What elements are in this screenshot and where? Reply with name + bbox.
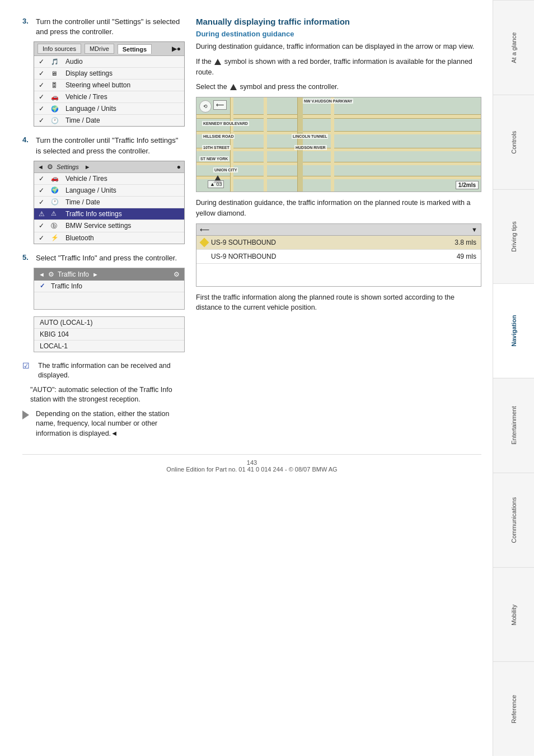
road-label-hudson-r: HUDSON RIVER [294, 145, 327, 150]
menu-box-2: ◄ ⚙ Settings ► ● ✓ 🚗 Vehicle / Tires ✓ 🌍 [34, 161, 185, 244]
icon-traffic-settings: ⚠ [51, 210, 61, 217]
traffic-table: ⟵ ▼ US-9 SOUTHBOUND 3.8 mls US-9 NORTHBO… [196, 223, 481, 287]
tab-settings-active[interactable]: Settings [118, 44, 152, 54]
sidebar-tab-communications[interactable]: Communications [493, 473, 534, 567]
right-column: Manually displaying traffic information … [196, 17, 481, 443]
note-icon-1: ☑ [22, 361, 35, 370]
menu-item-traffic-settings[interactable]: ⚠ ⚠ Traffic Info settings [34, 208, 184, 220]
check-traffic-info: ✓ [40, 282, 48, 290]
label-language: Language / Units [65, 105, 116, 113]
sidebar-tab-navigation[interactable]: Navigation [493, 283, 534, 378]
traffic-info-title: Traffic Info [58, 270, 89, 278]
road-v3 [297, 97, 303, 192]
label-language-2: Language / Units [65, 186, 116, 194]
menu-settings-icon-3: ⚙ [174, 270, 180, 278]
para-1: During destination guidance, traffic inf… [196, 41, 481, 52]
check-traffic-settings: ⚠ [39, 210, 46, 218]
note-3: Depending on the station, either the sta… [22, 409, 185, 439]
step-4-text: Turn the controller until "Traffic Info … [36, 136, 185, 156]
menu-item-bmw[interactable]: ✓ ⓑ BMW Service settings [34, 220, 184, 232]
menu-item-time-2[interactable]: ✓ 🕐 Time / Date [34, 197, 184, 208]
sidebar-tab-controls[interactable]: Controls [493, 95, 534, 189]
auto-list-item-3[interactable]: LOCAL-1 [34, 340, 184, 352]
menu-item-steering[interactable]: ✓ 🎛 Steering wheel button [34, 80, 184, 91]
menu-item-language[interactable]: ✓ 🌍 Language / Units [34, 103, 184, 115]
map-detail-01: ▲ 03 [208, 180, 224, 188]
check-time-2: ✓ [39, 198, 46, 206]
traffic-info-box: ◄ ⚙ Traffic Info ► ⚙ ✓ Traffic Info [34, 268, 185, 310]
sidebar-tab-mobility[interactable]: Mobility [493, 567, 534, 662]
road-label-hillside: HILLSIDE ROAD [202, 134, 235, 139]
menu-arrow-right: ▶● [172, 45, 181, 53]
menu-item-vehicle-2[interactable]: ✓ 🚗 Vehicle / Tires [34, 173, 184, 185]
traffic-row-2[interactable]: US-9 NORTHBOUND 49 mls [196, 250, 481, 264]
step-4-number: 4. [22, 136, 31, 156]
road-label-10th: 10TH STREET [202, 145, 231, 150]
road-label-union: UNION CITY [213, 167, 238, 172]
traffic-empty [196, 264, 481, 286]
label-vehicle-2: Vehicle / Tires [65, 175, 107, 183]
tab-mdrive[interactable]: MDrive [85, 44, 114, 54]
label-display: Display settings [65, 69, 113, 77]
sidebar-tab-at-a-glance[interactable]: At a glance [493, 0, 534, 95]
menu-dot-2: ● [177, 163, 181, 171]
section-heading: Manually displaying traffic information [196, 17, 481, 26]
footer: 143 Online Edition for Part no. 01 41 0 … [22, 454, 481, 473]
icon-settings-3: ⚙ [48, 270, 54, 278]
step-4: 4. Turn the controller until "Traffic In… [22, 136, 185, 244]
check-vehicle: ✓ [39, 93, 46, 101]
para-5: First the traffic information along the … [196, 292, 481, 314]
icon-time: 🕐 [51, 117, 61, 124]
map-arrow: ⟵ [213, 100, 227, 110]
check-bluetooth: ✓ [39, 234, 46, 242]
icon-display: 🖥 [51, 70, 61, 77]
nav-arrow-left-3: ◄ [39, 271, 45, 278]
road-v4 [331, 97, 334, 192]
menu-item-bluetooth[interactable]: ✓ ⚡ Bluetooth [34, 232, 184, 244]
menu-item-audio[interactable]: ✓ 🎵 Audio [34, 56, 184, 68]
traffic-row-1[interactable]: US-9 SOUTHBOUND 3.8 mls [196, 236, 481, 250]
check-time: ✓ [39, 116, 46, 124]
menu-item-language-2[interactable]: ✓ 🌍 Language / Units [34, 185, 184, 197]
step-5-number: 5. [22, 253, 31, 263]
menu-item-display[interactable]: ✓ 🖥 Display settings [34, 68, 184, 80]
road-h3 [196, 148, 481, 151]
check-steering: ✓ [39, 81, 46, 89]
menu-item-time[interactable]: ✓ 🕐 Time / Date [34, 115, 184, 126]
label-traffic-info: Traffic Info [51, 282, 82, 290]
sidebar-tab-reference[interactable]: Reference [493, 661, 534, 756]
sidebar-tab-entertainment[interactable]: Entertainment [493, 378, 534, 473]
map-compass: ⟲ [199, 100, 212, 113]
auto-list-item-2[interactable]: KBIG 104 [34, 329, 184, 340]
icon-bluetooth: ⚡ [51, 234, 61, 241]
sidebar-tab-driving-tips[interactable]: Driving tips [493, 189, 534, 284]
note-text-3: Depending on the station, either the sta… [36, 409, 185, 439]
icon-audio: 🎵 [51, 58, 61, 66]
play-icon-3 [22, 410, 29, 419]
label-traffic-settings: Traffic Info settings [65, 210, 122, 218]
label-vehicle: Vehicle / Tires [65, 93, 107, 101]
traffic-table-header: ⟵ ▼ [196, 224, 481, 236]
triangle-symbol-2 [230, 84, 237, 90]
traffic-info-row-1[interactable]: ✓ Traffic Info [34, 281, 184, 292]
note-2: "AUTO": automatic selection of the Traff… [22, 385, 185, 405]
icon-language-2: 🌍 [51, 186, 61, 194]
icon-language: 🌍 [51, 105, 61, 113]
note-text-1: The traffic information can be received … [38, 361, 185, 381]
tab-info-sources[interactable]: Info sources [38, 44, 81, 54]
traffic-info-header: ◄ ⚙ Traffic Info ► ⚙ [34, 268, 184, 281]
step-3: 3. Turn the controller until "Settings" … [22, 17, 185, 127]
traffic-dist-1: 3.8 mls [448, 239, 476, 246]
icon-bmw: ⓑ [51, 222, 61, 230]
check-audio: ✓ [39, 58, 46, 66]
icon-vehicle: 🚗 [51, 94, 61, 101]
nav-arrow-left-2: ◄ [38, 164, 44, 170]
traffic-dist-2: 49 mls [448, 253, 476, 260]
settings-label-2: Settings [57, 164, 79, 170]
main-content: 3. Turn the controller until "Settings" … [0, 0, 493, 756]
auto-list-item-1[interactable]: AUTO (LOCAL-1) [34, 317, 184, 329]
auto-list: AUTO (LOCAL-1) KBIG 104 LOCAL-1 [34, 316, 185, 352]
menu-item-vehicle[interactable]: ✓ 🚗 Vehicle / Tires [34, 91, 184, 103]
road-label-stny: ST NEW YORK [199, 156, 229, 161]
step-5: 5. Select "Traffic Info" and press the c… [22, 253, 185, 352]
